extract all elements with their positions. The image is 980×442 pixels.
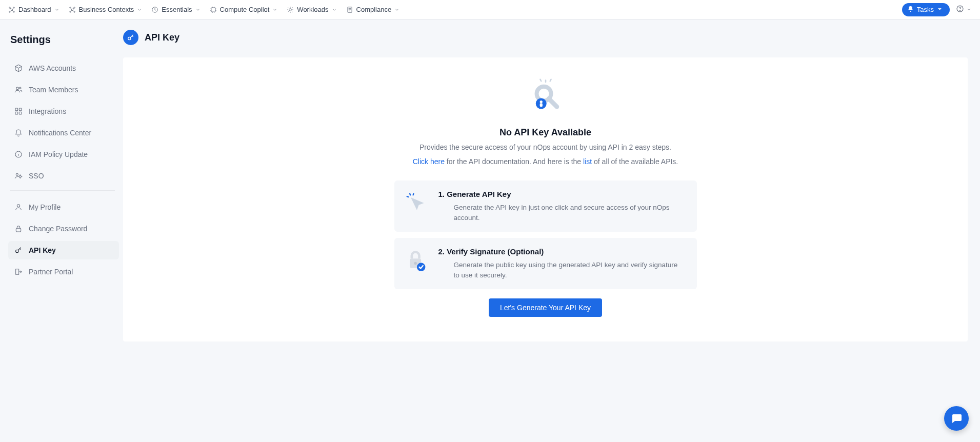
- essentials-icon: [151, 6, 158, 13]
- key-icon: [127, 33, 135, 42]
- svg-rect-32: [539, 103, 542, 107]
- nav-essentials[interactable]: Essentials: [151, 6, 200, 13]
- sidebar-item-sso[interactable]: SSO: [8, 167, 119, 185]
- nav-label: Compliance: [356, 6, 392, 13]
- sidebar-item-notifications[interactable]: Notifications Center: [8, 124, 119, 142]
- sidebar-divider: [10, 190, 115, 191]
- compute-icon: [210, 6, 217, 13]
- tasks-button[interactable]: Tasks: [902, 3, 950, 16]
- settings-sidebar: Settings AWS Accounts Team Members Integ…: [0, 19, 123, 362]
- list-link[interactable]: list: [583, 157, 592, 166]
- svg-point-34: [414, 262, 417, 265]
- empty-title: No API Key Available: [382, 127, 710, 138]
- sidebar-item-aws-accounts[interactable]: AWS Accounts: [8, 59, 119, 77]
- sidebar-item-label: My Profile: [29, 203, 61, 211]
- nav-compliance[interactable]: Compliance: [346, 6, 400, 13]
- svg-point-16: [16, 87, 19, 90]
- svg-point-31: [539, 101, 542, 103]
- bell-icon: [907, 6, 914, 14]
- svg-rect-20: [15, 112, 18, 114]
- step-verify-signature: 2. Verify Signature (Optional) Generate …: [394, 238, 697, 289]
- sidebar-item-label: Partner Portal: [29, 268, 73, 276]
- nav-workloads[interactable]: Workloads: [287, 6, 336, 13]
- contexts-icon: [69, 6, 76, 13]
- sidebar-item-label: Change Password: [29, 225, 87, 233]
- sidebar-item-api-key[interactable]: API Key: [8, 241, 119, 259]
- generate-api-key-button[interactable]: Let's Generate Your API Key: [489, 298, 602, 317]
- page-header: API Key: [123, 30, 968, 45]
- click-here-link[interactable]: Click here: [413, 157, 445, 166]
- svg-point-15: [959, 10, 960, 11]
- svg-point-27: [16, 250, 18, 252]
- sidebar-item-team-members[interactable]: Team Members: [8, 81, 119, 99]
- nav-label: Essentials: [162, 6, 192, 13]
- svg-point-3: [9, 11, 10, 12]
- top-nav: Dashboard Business Contexts Essentials C…: [0, 0, 980, 19]
- sidebar-item-label: Team Members: [29, 86, 78, 94]
- sidebar-item-label: AWS Accounts: [29, 64, 76, 72]
- empty-state: No API Key Available Provides the secure…: [382, 76, 710, 317]
- nav-label: Dashboard: [18, 6, 51, 13]
- tasks-label: Tasks: [917, 6, 934, 13]
- svg-point-25: [17, 205, 19, 207]
- chevron-down-icon: [137, 7, 142, 12]
- cta-row: Let's Generate Your API Key: [382, 298, 710, 317]
- help-icon: [956, 5, 964, 14]
- nav-label: Workloads: [297, 6, 328, 13]
- nav-dashboard[interactable]: Dashboard: [8, 6, 59, 13]
- cursor-click-icon: [404, 190, 429, 223]
- bell-icon: [14, 129, 23, 137]
- step-generate-api-key: 1. Generate API Key Generate the API key…: [394, 180, 697, 232]
- lock-icon: [14, 225, 23, 233]
- svg-point-2: [13, 7, 14, 8]
- nav-business-contexts[interactable]: Business Contexts: [69, 6, 143, 13]
- nav-compute-copilot[interactable]: Compute Copilot: [210, 6, 278, 13]
- key-icon: [14, 246, 23, 254]
- sidebar-title: Settings: [10, 34, 119, 46]
- chevron-down-icon: [937, 6, 943, 13]
- documentation-line: Click here for the API documentation. An…: [382, 156, 710, 167]
- grid-icon: [14, 107, 23, 115]
- svg-point-8: [69, 11, 70, 12]
- page-title: API Key: [145, 32, 179, 43]
- chevron-down-icon: [54, 7, 59, 12]
- help-menu[interactable]: [956, 5, 972, 14]
- nav-label: Compute Copilot: [220, 6, 270, 13]
- svg-point-9: [74, 11, 75, 12]
- sidebar-item-label: Notifications Center: [29, 129, 91, 137]
- sidebar-item-partner-portal[interactable]: Partner Portal: [8, 263, 119, 281]
- svg-rect-18: [15, 108, 18, 111]
- step-body: 1. Generate API Key Generate the API key…: [438, 190, 685, 223]
- empty-subtitle: Provides the secure access of your nOps …: [382, 143, 710, 151]
- step-description: Generate the API key in just one click a…: [438, 203, 685, 223]
- sidebar-item-label: IAM Policy Update: [29, 150, 88, 158]
- chevron-down-icon: [332, 7, 337, 12]
- sidebar-item-label: SSO: [29, 172, 44, 180]
- step-title: 1. Generate API Key: [438, 190, 685, 198]
- panel: No API Key Available Provides the secure…: [123, 57, 968, 341]
- svg-point-12: [289, 8, 292, 11]
- main-content: API Key No API Key Available: [123, 19, 980, 362]
- doc-text: of all of the available APIs.: [592, 157, 678, 166]
- svg-rect-21: [19, 112, 22, 114]
- sidebar-item-change-password[interactable]: Change Password: [8, 219, 119, 238]
- step-body: 2. Verify Signature (Optional) Generate …: [438, 247, 685, 280]
- sso-icon: [14, 172, 23, 180]
- page-header-icon-bg: [123, 30, 138, 45]
- sidebar-item-integrations[interactable]: Integrations: [8, 102, 119, 120]
- top-nav-left: Dashboard Business Contexts Essentials C…: [8, 6, 399, 13]
- exit-icon: [14, 268, 23, 276]
- svg-point-6: [69, 7, 70, 8]
- svg-rect-26: [16, 228, 21, 232]
- sidebar-item-my-profile[interactable]: My Profile: [8, 198, 119, 216]
- compliance-icon: [346, 6, 353, 13]
- nav-label: Business Contexts: [79, 6, 134, 13]
- svg-point-1: [9, 7, 10, 8]
- chevron-down-icon: [394, 7, 399, 12]
- svg-point-7: [74, 7, 75, 8]
- chevron-down-icon: [195, 7, 201, 12]
- workloads-icon: [287, 6, 294, 13]
- sidebar-item-iam-policy[interactable]: IAM Policy Update: [8, 145, 119, 164]
- svg-point-28: [128, 37, 131, 39]
- chevron-down-icon: [272, 7, 277, 12]
